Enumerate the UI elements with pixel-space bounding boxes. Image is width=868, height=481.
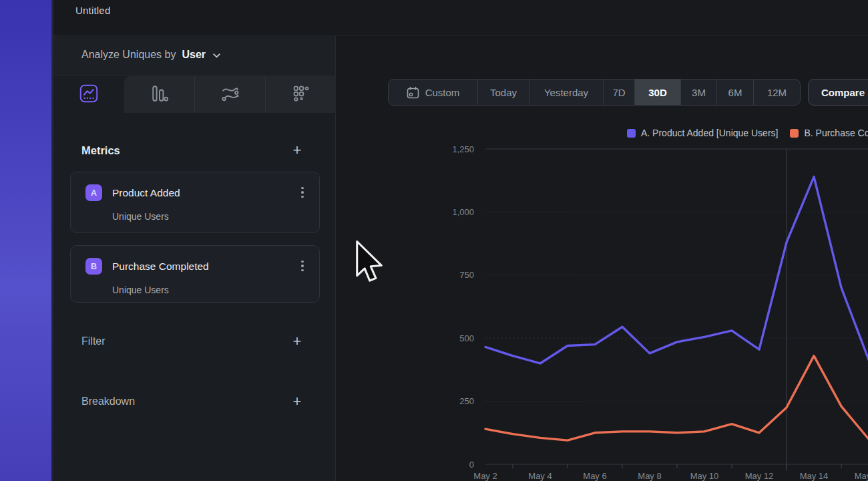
metric-card-b[interactable]: B Purchase Completed Unique Users — [70, 245, 320, 303]
metric-letter-badge: A — [85, 184, 102, 201]
tab-flows[interactable] — [194, 76, 265, 113]
kebab-menu-icon[interactable] — [296, 259, 308, 273]
report-title[interactable]: Untitled — [75, 5, 110, 16]
svg-text:500: 500 — [459, 333, 474, 343]
metric-measurement[interactable]: Unique Users — [112, 211, 169, 222]
tab-funnels[interactable] — [124, 76, 194, 113]
svg-text:May 8: May 8 — [638, 471, 661, 481]
metric-measurement[interactable]: Unique Users — [112, 285, 169, 295]
app-window: Untitled Analyze Uniques by User — [53, 0, 868, 481]
analyze-row: Analyze Uniques by User — [53, 36, 335, 75]
retention-dots-icon — [293, 86, 309, 104]
kebab-menu-icon[interactable] — [296, 186, 308, 199]
tab-retention[interactable] — [265, 76, 336, 113]
metric-letter-badge: B — [85, 258, 102, 275]
add-metric-button[interactable]: + — [290, 142, 304, 159]
tab-insights[interactable] — [53, 76, 124, 113]
svg-text:May 2: May 2 — [473, 471, 497, 481]
analyze-label: Analyze Uniques by — [81, 49, 176, 61]
line-chart-icon — [79, 84, 98, 106]
flows-icon — [222, 86, 239, 104]
top-bar: Untitled — [53, 0, 868, 35]
svg-text:May 6: May 6 — [583, 471, 606, 481]
svg-text:May 10: May 10 — [690, 471, 719, 481]
metric-card-a[interactable]: A Product Added Unique Users — [70, 172, 320, 233]
metric-title: Purchase Completed — [112, 261, 209, 273]
svg-text:1,000: 1,000 — [452, 207, 474, 217]
breakdown-label: Breakdown — [81, 395, 135, 408]
filter-label: Filter — [81, 335, 105, 347]
svg-text:1,250: 1,250 — [452, 144, 474, 154]
add-breakdown-button[interactable]: + — [290, 393, 304, 410]
mouse-cursor — [355, 240, 384, 283]
add-filter-button[interactable]: + — [290, 333, 304, 350]
line-chart: 02505007501,0001,250May 2May 4May 6May 8… — [336, 36, 868, 481]
metric-title: Product Added — [112, 187, 180, 199]
query-sidebar: Analyze Uniques by User — [53, 36, 336, 481]
svg-text:May 12: May 12 — [745, 471, 774, 481]
chevron-down-icon[interactable] — [213, 49, 220, 61]
svg-text:0: 0 — [469, 460, 474, 470]
analyze-entity-dropdown[interactable]: User — [182, 49, 206, 61]
window-background-strip — [0, 0, 53, 481]
svg-text:May 14: May 14 — [800, 471, 829, 481]
funnel-bars-icon — [151, 86, 168, 104]
metrics-header: Metrics — [81, 144, 120, 157]
svg-text:May 16: May 16 — [855, 471, 868, 481]
svg-text:May 4: May 4 — [528, 471, 552, 481]
chart-panel: CustomTodayYesterday7D30D3M6M12M Compare… — [336, 36, 868, 481]
svg-text:250: 250 — [459, 396, 474, 406]
chart-type-tabs — [53, 76, 336, 113]
svg-text:750: 750 — [459, 270, 474, 280]
